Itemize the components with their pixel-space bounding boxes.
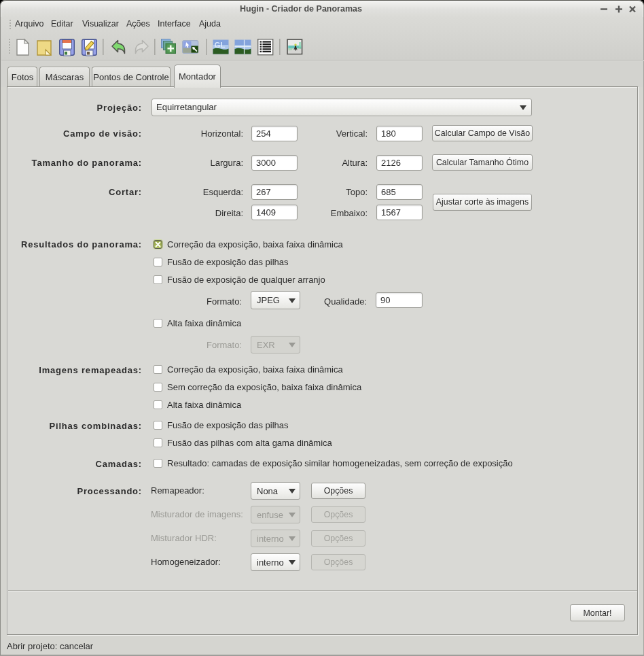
svg-text:GL: GL xyxy=(215,41,226,49)
